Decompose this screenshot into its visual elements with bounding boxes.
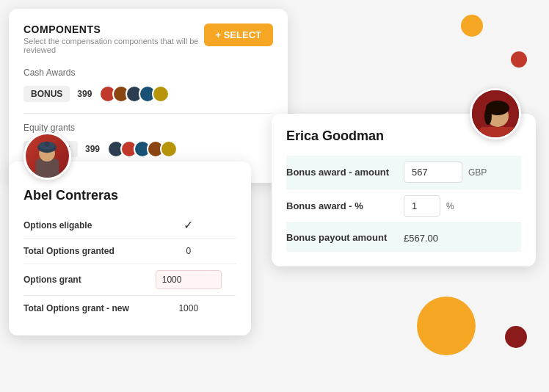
svg-rect-0 bbox=[36, 159, 59, 178]
components-title: COMPONENTS bbox=[23, 23, 204, 35]
options-count: 399 bbox=[85, 144, 100, 154]
options-avatar-stack bbox=[107, 140, 178, 158]
svg-point-9 bbox=[484, 107, 492, 125]
bonus-amount-value: GBP bbox=[404, 156, 521, 189]
bonus-count: 399 bbox=[77, 89, 92, 99]
abel-options-grant-row: Options grant bbox=[23, 264, 236, 296]
components-header: COMPONENTS Select the compensation compo… bbox=[23, 23, 273, 65]
payout-display: £567.00 bbox=[404, 233, 438, 244]
erica-bonus-percent-row: Bonus award - % % bbox=[286, 189, 521, 223]
payout-label: Bonus payout amount bbox=[286, 223, 404, 253]
options-grant-label: Options grant bbox=[23, 264, 141, 296]
abel-avatar bbox=[23, 132, 71, 180]
bonus-percent-label: Bonus award - % bbox=[286, 189, 404, 223]
abel-card: Abel Contreras Options eligable ✓ Total … bbox=[9, 161, 251, 335]
options-grant-value bbox=[141, 264, 237, 296]
bonus-percent-input[interactable] bbox=[404, 195, 440, 217]
erica-payout-row: Bonus payout amount £567.00 bbox=[286, 223, 521, 253]
checkmark-icon: ✓ bbox=[183, 219, 193, 231]
abel-options-eligible-row: Options eligable ✓ bbox=[23, 212, 236, 239]
payout-value: £567.00 bbox=[404, 223, 521, 253]
components-subtitle: Select the compensation components that … bbox=[23, 37, 204, 54]
cash-section-label: Cash Awards bbox=[23, 68, 273, 78]
bonus-amount-label: Bonus award - amount bbox=[286, 156, 404, 189]
erica-field-table: Bonus award - amount GBP Bonus award - %… bbox=[286, 156, 521, 252]
select-button[interactable]: + SELECT bbox=[204, 23, 274, 46]
deco-orange-top-circle bbox=[461, 15, 483, 37]
erica-avatar bbox=[470, 88, 521, 139]
erica-bonus-amount-row: Bonus award - amount GBP bbox=[286, 156, 521, 189]
avatar-opt-5 bbox=[160, 140, 178, 158]
total-options-value: 0 bbox=[141, 239, 237, 264]
abel-total-options-row: Total Options granted 0 bbox=[23, 239, 236, 264]
abel-name: Abel Contreras bbox=[23, 188, 236, 203]
deco-red-mid-circle bbox=[511, 51, 527, 68]
section-divider bbox=[23, 113, 273, 114]
abel-field-table: Options eligable ✓ Total Options granted… bbox=[23, 212, 236, 321]
options-eligible-label: Options eligable bbox=[23, 212, 141, 239]
options-grant-input[interactable] bbox=[156, 270, 222, 289]
deco-orange-bottom-circle bbox=[417, 297, 476, 355]
bonus-percent-value: % bbox=[404, 189, 521, 223]
total-new-label: Total Options grant - new bbox=[23, 296, 141, 322]
bonus-award-row: BONUS 399 bbox=[23, 85, 273, 103]
bonus-tag: BONUS bbox=[23, 86, 70, 102]
total-new-value: 1000 bbox=[141, 296, 237, 322]
bonus-avatar-stack bbox=[99, 85, 170, 103]
bonus-percent-unit: % bbox=[446, 201, 454, 211]
abel-total-new-row: Total Options grant - new 1000 bbox=[23, 296, 236, 322]
bonus-amount-input[interactable] bbox=[404, 161, 462, 183]
total-options-label: Total Options granted bbox=[23, 239, 141, 264]
bonus-amount-unit: GBP bbox=[468, 167, 487, 178]
equity-section-label: Equity grants bbox=[23, 123, 273, 133]
avatar-5 bbox=[152, 85, 170, 103]
erica-card: Erica Goodman Bonus award - amount GBP B… bbox=[272, 114, 536, 266]
options-eligible-value: ✓ bbox=[141, 212, 237, 239]
deco-red-bottom-circle bbox=[505, 326, 527, 348]
svg-point-4 bbox=[44, 142, 49, 147]
